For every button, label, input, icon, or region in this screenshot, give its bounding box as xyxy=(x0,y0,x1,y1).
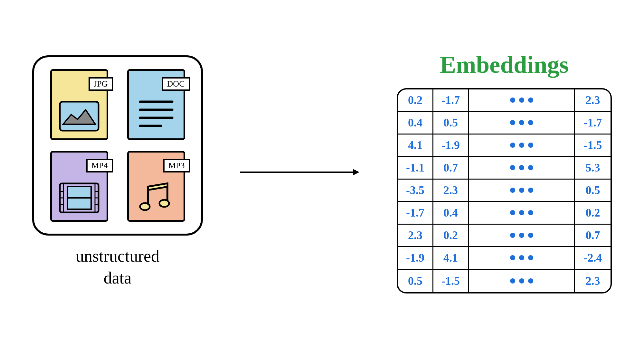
table-row: -1.7 0.4 0.2 xyxy=(398,202,611,225)
emb-cell-dots xyxy=(469,247,575,269)
emb-cell: -2.4 xyxy=(575,247,611,269)
unstructured-data-section: JPG DOC xyxy=(32,55,203,289)
ellipsis-icon xyxy=(510,210,533,215)
caption-line-2: data xyxy=(76,267,159,289)
table-row: -1.1 0.7 5.3 xyxy=(398,157,611,180)
emb-cell: -1.7 xyxy=(398,202,433,224)
emb-cell-dots xyxy=(469,112,575,134)
emb-cell: -1.7 xyxy=(575,112,611,134)
file-jpg-label: JPG xyxy=(89,77,113,91)
emb-cell: -1.1 xyxy=(398,157,433,179)
emb-cell-dots xyxy=(469,270,575,292)
table-row: 0.2 -1.7 2.3 xyxy=(398,89,611,112)
emb-cell: -1.5 xyxy=(433,270,469,292)
audio-icon xyxy=(137,179,175,215)
emb-cell: 0.5 xyxy=(575,180,611,201)
file-mp3-label: MP3 xyxy=(163,159,190,172)
table-row: 0.5 -1.5 2.3 xyxy=(398,270,611,292)
table-row: -1.9 4.1 -2.4 xyxy=(398,247,611,270)
emb-cell: 4.1 xyxy=(433,247,469,269)
arrow xyxy=(239,166,361,179)
emb-cell: 0.2 xyxy=(575,202,611,224)
file-box: JPG DOC xyxy=(32,55,203,236)
ellipsis-icon xyxy=(510,278,533,284)
ellipsis-icon xyxy=(510,188,533,193)
emb-cell: 0.7 xyxy=(433,157,469,179)
emb-cell-dots xyxy=(469,180,575,201)
emb-cell-dots xyxy=(469,135,575,156)
embeddings-section: Embeddings 0.2 -1.7 2.3 0.4 0.5 -1.7 4.1… xyxy=(397,51,612,293)
ellipsis-icon xyxy=(510,120,533,125)
video-icon xyxy=(58,182,100,215)
file-jpg: JPG xyxy=(44,67,114,142)
svg-point-16 xyxy=(140,203,150,210)
table-row: 2.3 0.2 0.7 xyxy=(398,225,611,247)
file-mp4-label: MP4 xyxy=(86,159,113,172)
arrow-icon xyxy=(239,166,361,179)
emb-cell: 0.2 xyxy=(433,225,469,246)
ellipsis-icon xyxy=(510,98,533,103)
emb-cell: -1.5 xyxy=(575,135,611,156)
emb-cell: 2.3 xyxy=(398,225,433,246)
emb-cell: 4.1 xyxy=(398,135,433,156)
emb-cell: 0.5 xyxy=(398,270,433,292)
emb-cell: 2.3 xyxy=(575,89,611,111)
unstructured-data-caption: unstructured data xyxy=(76,245,159,289)
emb-cell-dots xyxy=(469,89,575,111)
emb-cell-dots xyxy=(469,157,575,179)
file-mp3: MP3 xyxy=(121,149,191,224)
embeddings-title: Embeddings xyxy=(440,51,569,79)
emb-cell: 0.7 xyxy=(575,225,611,246)
emb-cell: -1.9 xyxy=(398,247,433,269)
svg-marker-19 xyxy=(353,169,359,175)
ellipsis-icon xyxy=(510,143,533,148)
emb-cell: 5.3 xyxy=(575,157,611,179)
ellipsis-icon xyxy=(510,233,533,238)
file-doc: DOC xyxy=(121,67,191,142)
svg-rect-0 xyxy=(60,102,99,131)
caption-line-1: unstructured xyxy=(76,245,159,267)
svg-point-17 xyxy=(159,200,169,207)
file-mp4: MP4 xyxy=(44,149,114,224)
emb-cell: 2.3 xyxy=(575,270,611,292)
emb-cell: 0.5 xyxy=(433,112,469,134)
document-icon xyxy=(135,97,177,134)
emb-cell: 0.4 xyxy=(398,112,433,134)
ellipsis-icon xyxy=(510,165,533,170)
table-row: 4.1 -1.9 -1.5 xyxy=(398,135,611,157)
emb-cell: -1.7 xyxy=(433,89,469,111)
emb-cell: 0.4 xyxy=(433,202,469,224)
emb-cell: -3.5 xyxy=(398,180,433,201)
table-row: -3.5 2.3 0.5 xyxy=(398,180,611,202)
image-icon xyxy=(58,100,100,134)
file-doc-label: DOC xyxy=(162,77,190,91)
emb-cell: 2.3 xyxy=(433,180,469,201)
emb-cell: 0.2 xyxy=(398,89,433,111)
table-row: 0.4 0.5 -1.7 xyxy=(398,112,611,135)
embeddings-table: 0.2 -1.7 2.3 0.4 0.5 -1.7 4.1 -1.9 -1.5 xyxy=(397,88,612,293)
emb-cell-dots xyxy=(469,202,575,224)
emb-cell-dots xyxy=(469,225,575,246)
ellipsis-icon xyxy=(510,255,533,260)
emb-cell: -1.9 xyxy=(433,135,469,156)
